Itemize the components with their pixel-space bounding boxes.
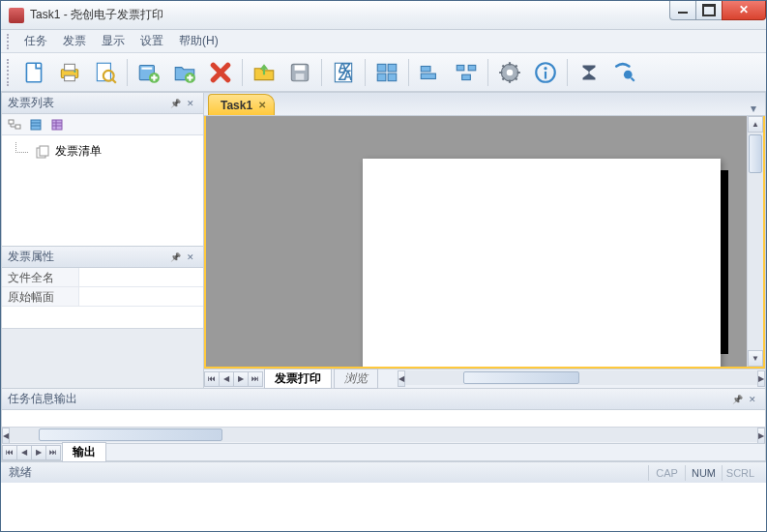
document-tab-strip: Task1 ✕ ▾ <box>204 93 765 116</box>
close-button[interactable] <box>722 1 766 20</box>
pin-icon[interactable] <box>168 251 182 264</box>
vertical-scrollbar[interactable]: ▲ ▼ <box>747 116 763 367</box>
prop-value[interactable] <box>79 287 203 306</box>
page-preview <box>363 159 721 367</box>
prop-value[interactable] <box>79 268 203 286</box>
settings-gear-button[interactable] <box>493 56 526 89</box>
delete-button[interactable] <box>204 56 237 89</box>
scroll-track[interactable] <box>10 428 757 442</box>
output-tab-strip: ⏮ ◀ ▶ ⏭ 输出 <box>2 443 765 460</box>
svg-rect-20 <box>388 64 397 72</box>
distribute-button[interactable] <box>450 56 483 89</box>
add-folder-button[interactable] <box>168 56 201 89</box>
tab-dropdown-icon[interactable]: ▾ <box>746 102 761 115</box>
pin-icon[interactable] <box>168 97 182 110</box>
export-button[interactable] <box>248 56 280 89</box>
menu-settings[interactable]: 设置 <box>133 30 171 52</box>
svg-rect-37 <box>52 120 62 130</box>
svg-rect-24 <box>421 74 435 78</box>
nav-prev-button[interactable]: ◀ <box>16 445 32 460</box>
output-tab[interactable]: 输出 <box>62 442 106 462</box>
svg-rect-8 <box>141 67 152 69</box>
svg-text:A: A <box>343 68 353 82</box>
scroll-right-button[interactable]: ▶ <box>757 428 765 444</box>
scroll-thumb[interactable] <box>749 134 762 173</box>
save-button[interactable] <box>283 56 316 89</box>
document-viewport-frame: ▲ ▼ <box>204 116 765 369</box>
view-tree-button[interactable] <box>6 116 23 133</box>
nav-last-button[interactable]: ⏭ <box>45 445 61 460</box>
toolbar: AZZA <box>1 53 766 92</box>
invoice-tree[interactable]: 发票清单 <box>2 135 203 246</box>
scroll-thumb[interactable] <box>463 371 579 384</box>
app-icon <box>9 8 24 23</box>
scroll-right-button[interactable]: ▶ <box>757 370 765 387</box>
close-icon[interactable] <box>746 393 759 406</box>
output-horizontal-scrollbar[interactable]: ◀ ▶ <box>2 427 765 443</box>
nav-next-button[interactable]: ▶ <box>233 371 249 387</box>
svg-rect-3 <box>65 75 75 80</box>
document-canvas[interactable] <box>206 116 747 367</box>
nav-last-button[interactable]: ⏭ <box>248 371 263 387</box>
svg-rect-12 <box>295 65 306 70</box>
output-body[interactable] <box>2 410 765 427</box>
info-button[interactable] <box>529 56 562 89</box>
horizontal-scrollbar[interactable]: ◀ ▶ <box>398 370 765 387</box>
panel-header: 发票列表 <box>2 93 203 114</box>
output-nav: ⏮ ◀ ▶ ⏭ <box>2 445 60 460</box>
sheet-nav: ⏮ ◀ ▶ ⏭ <box>204 371 262 387</box>
view-detail-button[interactable] <box>48 116 66 133</box>
nav-first-button[interactable]: ⏮ <box>204 371 220 387</box>
tab-close-icon[interactable]: ✕ <box>258 100 266 110</box>
svg-rect-36 <box>31 120 41 130</box>
close-icon[interactable] <box>184 97 197 110</box>
menu-help[interactable]: 帮助(H) <box>171 30 226 52</box>
close-icon[interactable] <box>184 251 197 264</box>
svg-rect-25 <box>457 65 464 70</box>
menu-task[interactable]: 任务 <box>16 30 55 52</box>
prop-key: 文件全名 <box>2 268 79 286</box>
align-button[interactable] <box>414 56 447 89</box>
pin-icon[interactable] <box>730 393 744 406</box>
svg-point-29 <box>507 69 514 75</box>
prop-row[interactable]: 原始幅面 <box>2 287 203 307</box>
main-area: 发票列表 发票清单 发票属性 <box>1 92 766 389</box>
tree-item-label: 发票清单 <box>55 143 102 160</box>
scroll-track[interactable] <box>405 370 757 385</box>
page-shadow <box>721 170 728 354</box>
add-task-button[interactable] <box>133 56 165 89</box>
list-toolbar <box>2 114 203 135</box>
svg-rect-21 <box>377 74 386 81</box>
search-button[interactable] <box>608 56 641 89</box>
scroll-track[interactable] <box>748 133 763 350</box>
sort-button[interactable]: AZZA <box>327 56 360 89</box>
scroll-thumb[interactable] <box>39 429 222 441</box>
nav-first-button[interactable]: ⏮ <box>2 445 17 460</box>
new-file-button[interactable] <box>17 56 50 89</box>
nav-next-button[interactable]: ▶ <box>31 445 46 460</box>
scroll-down-button[interactable]: ▼ <box>748 350 763 367</box>
minimize-button[interactable] <box>669 1 696 20</box>
menu-view[interactable]: 显示 <box>94 30 133 52</box>
document-bottom-strip: ⏮ ◀ ▶ ⏭ 发票打印 浏览 ◀ ▶ <box>204 369 765 388</box>
document-tab[interactable]: Task1 ✕ <box>208 94 275 115</box>
panel-title: 任务信息输出 <box>8 391 77 407</box>
bottom-tab-print[interactable]: 发票打印 <box>264 369 332 389</box>
svg-rect-0 <box>26 63 41 82</box>
svg-point-33 <box>624 70 633 78</box>
nav-prev-button[interactable]: ◀ <box>219 371 234 387</box>
print-preview-button[interactable] <box>89 56 122 89</box>
panel-title: 发票属性 <box>8 249 54 265</box>
view-list-button[interactable] <box>27 116 44 133</box>
maximize-button[interactable] <box>695 1 723 20</box>
sigma-button[interactable] <box>573 56 605 89</box>
scroll-left-button[interactable]: ◀ <box>398 370 405 387</box>
tree-item[interactable]: 发票清单 <box>6 141 199 162</box>
menu-invoice[interactable]: 发票 <box>55 30 94 52</box>
scroll-up-button[interactable]: ▲ <box>748 116 763 133</box>
print-button[interactable] <box>53 56 86 89</box>
scroll-left-button[interactable]: ◀ <box>2 428 10 444</box>
prop-row[interactable]: 文件全名 <box>2 268 203 287</box>
bottom-tab-browse[interactable]: 浏览 <box>334 369 378 389</box>
layout-grid-button[interactable] <box>370 56 403 89</box>
